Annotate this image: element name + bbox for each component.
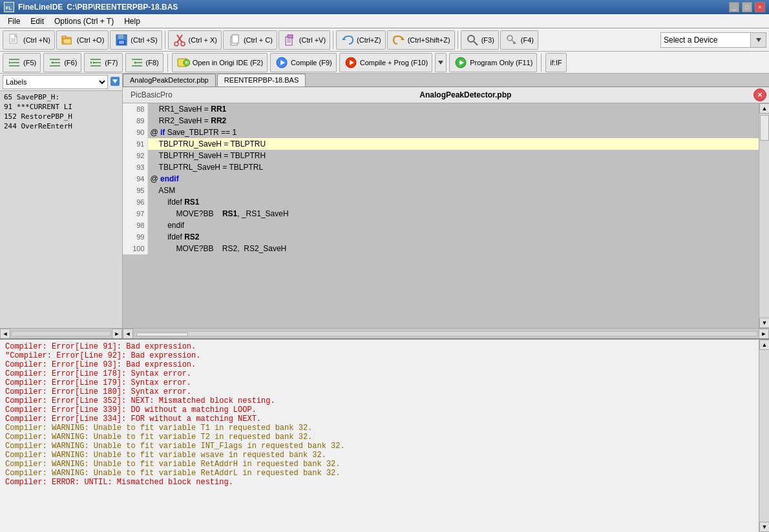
code-cell[interactable]: ifdef RS2 [147,231,759,243]
undo-button[interactable]: (Ctrl+Z) [336,30,386,50]
device-select-container [660,32,766,48]
undo-label: (Ctrl+Z) [357,36,381,44]
comprog-button[interactable]: Compile + Prog (F10) [339,53,432,72]
svg-line-26 [474,41,478,45]
open-icon [61,33,75,47]
outdent2-button[interactable]: (F8) [125,53,163,72]
device-select-input[interactable] [660,32,751,48]
list-item[interactable]: 91 ***CURRENT LI [1,102,121,112]
code-cell[interactable]: TBLPTRU_SaveH = TBLPTRU [147,138,759,150]
code-cell[interactable]: ifdef RS1 [147,196,759,208]
tab-analogpeak[interactable]: AnalogPeakDetector.pbp [123,74,216,87]
hscroll-track [134,331,757,336]
hscroll-thumb[interactable] [136,332,188,336]
hscroll-left-button[interactable]: ◄ [123,329,133,339]
svg-marker-37 [51,61,53,64]
menubar: File Edit Options (Ctrl + T) Help [0,14,769,28]
table-row: 99 ifdef RS2 [123,231,759,243]
progonly-button[interactable]: Program Only (F11) [449,53,537,72]
output-scroll-up[interactable]: ▲ [759,340,769,350]
main-panels: Labels Functions Variables 65 SavePBP_H:… [0,74,769,338]
find-button[interactable]: (F3) [461,30,499,50]
open-button[interactable]: (Ctrl +O) [56,30,109,50]
redo-button[interactable]: (Ctrl+Shift+Z) [387,30,455,50]
code-cell[interactable]: @ endif [147,173,759,185]
output-line: Compiler: WARNING: Unable to fit variabl… [5,442,753,451]
indent-button[interactable]: (F5) [3,53,41,72]
cut-button[interactable]: (Ctrl + X) [168,30,222,50]
titlebar-controls: _ □ × [729,2,765,12]
line-number: 100 [123,243,147,254]
scroll-left-button[interactable]: ◄ [0,329,10,339]
code-cell[interactable]: endif [147,220,759,231]
output-line: Compiler: Error[Line 180]: Syntax error. [5,387,753,396]
if-button[interactable]: if:IF [545,53,566,72]
comprog-label: Compile + Prog (F10) [360,59,428,66]
svg-rect-7 [62,36,66,39]
tab-reenterpbp[interactable]: REENTERPBP-18.BAS [217,74,306,87]
save-label: (Ctrl +S) [131,36,157,44]
outdent-button[interactable]: (F6) [43,53,81,72]
save-button[interactable]: (Ctrl +S) [110,30,162,50]
editor-close-button[interactable]: × [753,88,766,101]
code-cell[interactable]: RR1_SaveH = RR1 [147,103,759,115]
svg-marker-54 [438,61,443,65]
paste-button[interactable]: (Ctrl +V) [279,30,330,50]
sidebar-dropdown[interactable]: Labels Functions Variables [3,75,108,89]
svg-point-15 [174,42,178,46]
maximize-button[interactable]: □ [742,2,752,12]
toolbar1: (Ctrl +N) (Ctrl +O) (Ctrl +S) [0,28,769,52]
copy-label: (Ctrl + C) [244,36,273,44]
code-cell[interactable]: RR2_SaveH = RR2 [147,115,759,127]
code-cell[interactable]: @ if Save_TBLPTR == 1 [147,127,759,138]
code-cell[interactable]: TBLPTRL_SaveH = TBLPTRL [147,161,759,173]
compile-button[interactable]: Compile (F9) [270,53,337,72]
new-icon [7,33,21,47]
code-cell[interactable]: TBLPTRH_SaveH = TBLPTRH [147,150,759,161]
output-scroll-down[interactable]: ▼ [759,522,769,532]
menu-file[interactable]: File [3,15,25,27]
copy-button[interactable]: (Ctrl + C) [223,30,277,50]
vscroll-thumb[interactable] [760,115,769,141]
code-cell[interactable]: MOVE?BB RS2, RS2_SaveH [147,243,759,254]
sidebar-content: 65 SavePBP_H: 91 ***CURRENT LI 152 Resto… [0,91,122,328]
line-number: 90 [123,127,147,138]
output-vscrollbar: ▲ ▼ [759,338,769,532]
toolbar2: (F5) (F6) (F7) [0,52,769,74]
output-line: Compiler: WARNING: Unable to fit variabl… [5,460,753,469]
comprog-dropdown[interactable] [435,53,447,72]
new-button[interactable]: (Ctrl +N) [3,30,55,50]
sidebar-header: Labels Functions Variables [0,74,122,91]
list-item[interactable]: 244 OverReEnterH [1,121,121,131]
progonly-icon [454,56,468,70]
device-dropdown-button[interactable] [751,32,766,48]
menu-edit[interactable]: Edit [25,15,49,27]
scroll-right-button[interactable]: ► [112,329,122,339]
list-item[interactable]: 65 SavePBP_H: [1,92,121,102]
compile-label: Compile (F9) [291,59,332,66]
code-cell[interactable]: ASM [147,185,759,196]
editor-header: PicBasicPro AnalogPeakDetector.pbp × [123,87,769,103]
replace-button[interactable]: (F4) [500,30,538,50]
replace-label: (F4) [521,36,534,44]
outdent-icon [48,56,62,70]
list-item[interactable]: 152 RestorePBP_H [1,112,121,121]
code-cell[interactable]: MOVE?BB RS1, _RS1_SaveH [147,208,759,220]
cut-label: (Ctrl + X) [189,36,217,44]
scroll-down-button[interactable]: ▼ [759,318,769,328]
separator4 [167,54,168,72]
menu-options[interactable]: Options (Ctrl + T) [49,15,119,27]
openide-button[interactable]: Open in Origi IDE (F2) [172,53,268,72]
menu-help[interactable]: Help [119,15,145,27]
indent2-button[interactable]: (F7) [84,53,122,72]
hscroll-right-button[interactable]: ► [759,329,769,339]
new-label: (Ctrl +N) [23,36,50,44]
code-scroll-area[interactable]: 88 RR1_SaveH = RR1 89 RR2_SaveH = RR2 [123,103,759,328]
close-button[interactable]: × [755,2,765,12]
editor-filename-label: AnalogPeakDetector.pbp [178,90,753,99]
minimize-button[interactable]: _ [729,2,739,12]
scroll-up-button[interactable]: ▲ [759,103,769,114]
vscroll-track [759,114,769,318]
app-name: FineLineIDE [18,3,63,12]
output-area[interactable]: Compiler: Error[Line 91]: Bad expression… [0,338,759,532]
